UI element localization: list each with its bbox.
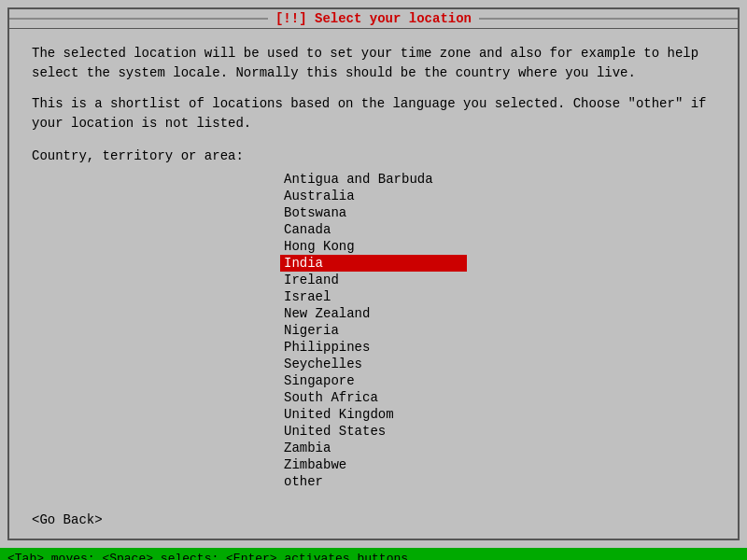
- list-item[interactable]: South Africa: [280, 389, 467, 406]
- bottom-buttons: <Go Back>: [9, 505, 738, 539]
- list-item[interactable]: Zimbabwe: [280, 456, 467, 473]
- content-area: The selected location will be used to se…: [9, 29, 738, 505]
- shortlist-note: This is a shortlist of locations based o…: [32, 94, 715, 133]
- list-item[interactable]: Hong Kong: [280, 238, 467, 255]
- country-list: Antigua and BarbudaAustraliaBotswanaCana…: [32, 171, 715, 490]
- list-item[interactable]: Australia: [280, 188, 467, 204]
- dialog-title: [!!] Select your location: [268, 11, 479, 26]
- list-item[interactable]: India: [280, 255, 467, 272]
- title-bar: [!!] Select your location: [9, 9, 738, 29]
- shortlist-line1: This is a shortlist of locations based o…: [32, 96, 707, 111]
- list-item[interactable]: Singapore: [280, 372, 467, 389]
- list-label: Country, territory or area:: [32, 148, 715, 163]
- list-item[interactable]: Israel: [280, 288, 467, 305]
- dialog-box: [!!] Select your location The selected l…: [7, 7, 740, 540]
- go-back-button[interactable]: <Go Back>: [32, 512, 103, 527]
- list-item[interactable]: Seychelles: [280, 356, 467, 372]
- list-item[interactable]: Botswana: [280, 204, 467, 221]
- list-item[interactable]: other: [280, 473, 467, 490]
- list-item[interactable]: United States: [280, 423, 467, 440]
- list-item[interactable]: Antigua and Barbuda: [280, 171, 467, 188]
- list-item[interactable]: Zambia: [280, 440, 467, 456]
- shortlist-line2: your location is not listed.: [32, 116, 251, 131]
- list-item[interactable]: New Zealand: [280, 305, 467, 322]
- desc-line2: select the system locale. Normally this …: [32, 65, 636, 80]
- status-bar: <Tab> moves; <Space> selects; <Enter> ac…: [0, 548, 747, 560]
- desc-line1: The selected location will be used to se…: [32, 46, 698, 61]
- list-item[interactable]: Ireland: [280, 272, 467, 288]
- status-text: <Tab> moves; <Space> selects; <Enter> ac…: [7, 552, 408, 560]
- main-area: [!!] Select your location The selected l…: [0, 0, 747, 548]
- description: The selected location will be used to se…: [32, 44, 715, 83]
- list-item[interactable]: Canada: [280, 221, 467, 238]
- list-item[interactable]: United Kingdom: [280, 406, 467, 423]
- list-item[interactable]: Nigeria: [280, 322, 467, 339]
- list-item[interactable]: Philippines: [280, 339, 467, 356]
